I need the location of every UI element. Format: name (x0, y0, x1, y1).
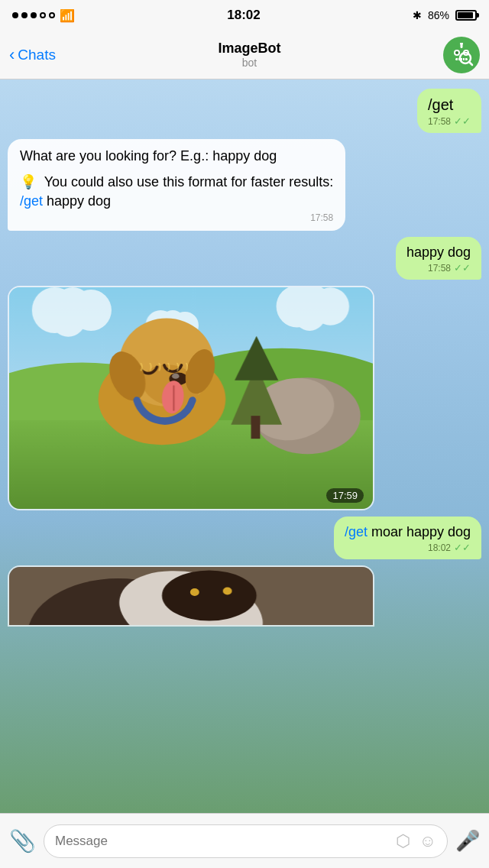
battery-indicator (455, 10, 477, 21)
dot5 (49, 12, 55, 18)
image-timestamp: 17:59 (326, 488, 364, 503)
dot4 (40, 12, 46, 18)
back-button[interactable]: ‹ Chats (9, 45, 56, 65)
dot3 (31, 12, 37, 18)
emoji-button[interactable]: ☺ (419, 831, 436, 851)
message-input[interactable] (55, 834, 390, 849)
svg-rect-11 (465, 58, 465, 60)
svg-rect-7 (455, 58, 468, 60)
nav-title: ImageBot bot (218, 40, 280, 69)
battery-fill (458, 12, 473, 18)
message-meta: 17:58 ✓✓ (406, 262, 471, 274)
svg-rect-8 (458, 58, 458, 60)
message-5: /get moar happy dog 18:02 ✓✓ (334, 517, 481, 559)
dog-image-partial (9, 567, 373, 627)
chat-area: /get 17:58 ✓✓ What are you looking for? … (0, 79, 489, 813)
message-hint: 💡 You could also use this format for fas… (20, 173, 333, 190)
bluetooth-icon: ✱ (413, 9, 422, 21)
message-time: 17:58 (428, 116, 451, 127)
dog-image (9, 287, 373, 509)
svg-rect-10 (462, 58, 463, 60)
message-4-image[interactable]: 17:59 (8, 286, 374, 510)
input-bar: 📎 ⬡ ☺ 🎤 (0, 813, 489, 868)
read-receipts: ✓✓ (454, 542, 471, 553)
message-meta: 17:58 ✓✓ (428, 115, 471, 127)
svg-line-13 (469, 62, 472, 65)
status-time: 18:02 (227, 8, 260, 23)
read-receipts: ✓✓ (454, 262, 471, 274)
bot-avatar[interactable] (443, 37, 480, 73)
dot2 (21, 12, 28, 18)
message-2: What are you looking for? E.g.: happy do… (8, 139, 345, 231)
message-6-image-partial[interactable] (8, 565, 374, 627)
chat-title: ImageBot (218, 40, 280, 57)
dot1 (12, 12, 18, 18)
message-meta: 17:58 (20, 212, 333, 223)
back-label: Chats (18, 47, 56, 63)
attach-button[interactable]: 📎 (9, 828, 36, 853)
message-meta: 18:02 ✓✓ (345, 542, 471, 553)
message-text: What are you looking for? E.g.: happy do… (20, 148, 333, 164)
status-left: 📶 (12, 8, 75, 23)
message-input-wrap: ⬡ ☺ (44, 824, 448, 858)
battery-percent: 86% (428, 9, 449, 21)
sticker-button[interactable]: ⬡ (396, 831, 410, 851)
status-bar: 📶 18:02 ✱ 86% (0, 0, 489, 31)
read-receipts: ✓✓ (454, 115, 471, 127)
bot-face-icon (449, 43, 474, 67)
message-text: /get moar happy dog (345, 524, 471, 539)
battery-bar (455, 10, 477, 21)
signal-dots (12, 12, 55, 18)
wifi-icon: 📶 (60, 8, 75, 23)
messages-list: /get 17:58 ✓✓ What are you looking for? … (0, 79, 489, 636)
message-1: /get 17:58 ✓✓ (417, 89, 481, 133)
get-command: /get (20, 193, 43, 209)
message-time: 18:02 (428, 542, 451, 553)
message-text: /get (428, 96, 453, 113)
message-3: happy dog 17:58 ✓✓ (396, 237, 481, 280)
voice-button[interactable]: 🎤 (455, 829, 480, 853)
message-cmd-example: /get happy dog (20, 193, 333, 209)
message-text: happy dog (406, 245, 471, 260)
message-time: 17:58 (428, 263, 451, 274)
chat-subtitle: bot (218, 57, 280, 69)
message-time: 17:58 (310, 212, 333, 223)
nav-bar: ‹ Chats ImageBot bot (0, 31, 489, 79)
chevron-left-icon: ‹ (9, 45, 15, 65)
svg-point-3 (455, 51, 458, 54)
get-command: /get (345, 524, 368, 539)
status-right: ✱ 86% (413, 9, 477, 21)
